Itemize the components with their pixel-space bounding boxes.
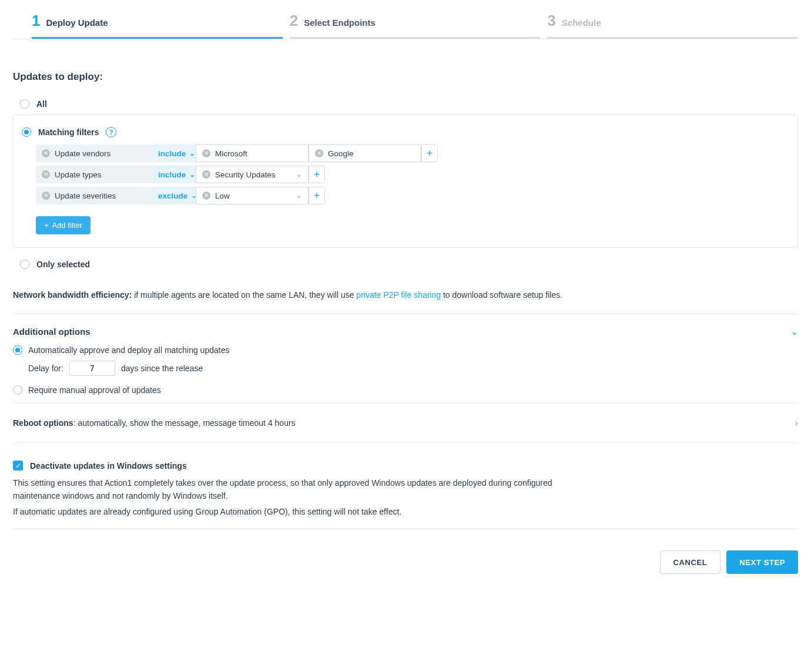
help-icon[interactable]: ?	[106, 127, 116, 137]
network-pre: if multiple agents are located on the sa…	[132, 290, 356, 300]
radio-matching-row[interactable]: Matching filters ?	[22, 123, 789, 141]
radio-manual-approval-row[interactable]: Require manual approval of updates	[13, 383, 798, 397]
filter-name-cell: ✕ Update types	[36, 166, 152, 183]
radio-label: All	[36, 99, 47, 109]
chevron-down-icon: ⌄	[296, 191, 302, 200]
chevron-down-icon: ⌄	[189, 149, 195, 157]
next-step-button[interactable]: NEXT STEP	[726, 550, 798, 574]
filter-chip[interactable]: ✕ Google	[309, 145, 421, 162]
divider	[13, 529, 798, 529]
additional-options-header[interactable]: Additional options ⌄	[13, 320, 798, 343]
filter-chip-select[interactable]: ✕ Low ⌄	[196, 187, 309, 204]
filter-row-types: ✕ Update types include ⌄ ✕ Security Upda…	[36, 166, 789, 183]
remove-filter-icon[interactable]: ✕	[42, 191, 50, 200]
radio-auto-approve-row[interactable]: Automatically approve and deploy all mat…	[13, 343, 798, 357]
delay-input[interactable]	[69, 361, 115, 376]
chevron-down-icon: ⌄	[189, 170, 195, 179]
network-bold: Network bandwidth efficiency:	[13, 290, 132, 300]
filter-mode-toggle[interactable]: exclude ⌄	[152, 187, 196, 204]
radio-label: Automatically approve and deploy all mat…	[28, 345, 229, 355]
p2p-link[interactable]: private P2P file sharing	[356, 290, 441, 300]
filter-name-cell: ✕ Update vendors	[36, 145, 152, 162]
filter-mode-label: include	[158, 170, 186, 179]
step-label: Deploy Update	[46, 18, 108, 28]
radio-icon	[22, 127, 31, 137]
step-label: Schedule	[562, 18, 601, 28]
deactivate-desc-1: This setting ensures that Action1 comple…	[13, 476, 577, 503]
deactivate-label: Deactivate updates in Windows settings	[30, 461, 187, 471]
step-number: 3	[547, 12, 555, 30]
radio-icon	[20, 99, 29, 109]
remove-filter-icon[interactable]: ✕	[42, 149, 50, 157]
chip-label: Low	[215, 191, 230, 200]
add-chip-button[interactable]: +	[309, 166, 325, 183]
filter-name-label: Update types	[55, 170, 102, 179]
chip-label: Security Updates	[215, 170, 276, 179]
filter-mode-label: include	[158, 149, 186, 158]
filter-chip[interactable]: ✕ Microsoft	[196, 145, 309, 162]
filter-row-severities: ✕ Update severities exclude ⌄ ✕ Low ⌄ +	[36, 187, 789, 204]
reboot-bold: Reboot options	[13, 418, 73, 428]
filter-mode-toggle[interactable]: include ⌄	[152, 145, 196, 162]
filter-row-vendors: ✕ Update vendors include ⌄ ✕ Microsoft ✕…	[36, 145, 789, 162]
radio-label: Matching filters	[38, 127, 99, 137]
footer-buttons: CANCEL NEXT STEP	[13, 550, 798, 574]
radio-icon	[20, 260, 29, 269]
step-label: Select Endpoints	[304, 18, 376, 28]
divider	[13, 314, 798, 314]
divider	[13, 442, 798, 443]
filter-mode-toggle[interactable]: include ⌄	[152, 166, 196, 183]
radio-only-selected-row[interactable]: Only selected	[13, 256, 798, 273]
filter-name-label: Update vendors	[55, 149, 110, 158]
chevron-right-icon: ›	[795, 418, 798, 428]
divider	[13, 403, 798, 404]
remove-filter-icon[interactable]: ✕	[42, 170, 50, 179]
radio-label: Require manual approval of updates	[28, 385, 161, 395]
step-number: 1	[32, 12, 40, 30]
delay-post-label: days since the release	[121, 364, 203, 373]
checkbox-icon[interactable]: ✓	[13, 461, 23, 471]
chevron-down-icon: ⌄	[296, 170, 302, 179]
chip-label: Microsoft	[215, 149, 247, 158]
network-post: to download software setup files.	[441, 290, 562, 300]
section-title: Updates to deploy:	[13, 71, 798, 83]
delay-pre-label: Delay for:	[28, 364, 63, 373]
additional-options-title: Additional options	[13, 327, 91, 337]
step-schedule[interactable]: 3 Schedule	[547, 12, 798, 39]
remove-chip-icon[interactable]: ✕	[315, 149, 323, 157]
filter-mode-label: exclude	[158, 191, 187, 200]
radio-icon	[13, 385, 22, 395]
add-chip-button[interactable]: +	[309, 187, 325, 204]
reboot-text: Reboot options: automatically, show the …	[13, 418, 296, 428]
chip-label: Google	[328, 149, 354, 158]
filter-chip-select[interactable]: ✕ Security Updates ⌄	[196, 166, 309, 183]
radio-all-row[interactable]: All	[13, 96, 798, 112]
remove-chip-icon[interactable]: ✕	[202, 149, 210, 157]
delay-row: Delay for: days since the release	[13, 357, 798, 383]
wizard-stepper: 1 Deploy Update 2 Select Endpoints 3 Sch…	[13, 0, 798, 39]
deactivate-desc-2: If automatic updates are already configu…	[13, 505, 577, 518]
plus-icon: +	[44, 221, 49, 230]
radio-label: Only selected	[36, 260, 90, 269]
step-number: 2	[290, 12, 298, 30]
cancel-button[interactable]: CANCEL	[660, 550, 721, 574]
add-filter-button[interactable]: + Add filter	[36, 216, 91, 234]
remove-chip-icon[interactable]: ✕	[202, 170, 210, 179]
deactivate-updates-row[interactable]: ✓ Deactivate updates in Windows settings	[13, 461, 798, 471]
reboot-options-row[interactable]: Reboot options: automatically, show the …	[13, 409, 798, 436]
add-chip-button[interactable]: +	[421, 145, 438, 162]
step-deploy-update[interactable]: 1 Deploy Update	[32, 12, 283, 39]
chevron-down-icon: ⌄	[790, 326, 798, 337]
add-filter-label: Add filter	[52, 221, 82, 230]
matching-filters-box: Matching filters ? ✕ Update vendors incl…	[13, 115, 798, 248]
remove-chip-icon[interactable]: ✕	[202, 191, 210, 200]
filter-name-label: Update severities	[55, 191, 116, 200]
step-select-endpoints[interactable]: 2 Select Endpoints	[290, 12, 541, 39]
network-bandwidth-info: Network bandwidth efficiency: if multipl…	[13, 290, 798, 300]
radio-icon	[13, 345, 22, 355]
reboot-rest: : automatically, show the message, messa…	[73, 418, 296, 428]
filter-name-cell: ✕ Update severities	[36, 187, 152, 204]
